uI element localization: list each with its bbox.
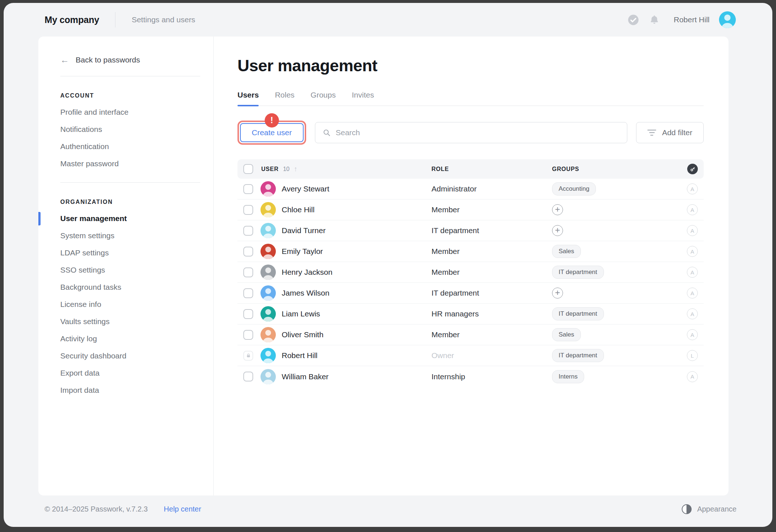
column-header-groups[interactable]: GROUPS bbox=[552, 166, 579, 172]
table-row[interactable]: Emily Taylor Member Sales A bbox=[237, 241, 704, 262]
table-row[interactable]: Robert Hill Owner IT department L bbox=[237, 345, 704, 366]
add-filter-button[interactable]: Add filter bbox=[636, 122, 704, 143]
sidebar-item-profile-and-interface[interactable]: Profile and interface bbox=[60, 108, 200, 116]
sidebar-item-import-data[interactable]: Import data bbox=[60, 386, 200, 394]
table-row[interactable]: David Turner IT department + A bbox=[237, 220, 704, 241]
row-checkbox[interactable] bbox=[243, 288, 253, 298]
settings-sidebar: ← Back to passwords ACCOUNT Profile and … bbox=[38, 37, 214, 495]
sidebar-item-background-tasks[interactable]: Background tasks bbox=[60, 283, 200, 291]
group-badge[interactable]: IT department bbox=[552, 307, 604, 320]
row-checkbox[interactable] bbox=[243, 226, 253, 236]
user-role: IT department bbox=[431, 226, 479, 235]
table-row[interactable]: Chloe Hill Member + A bbox=[237, 200, 704, 220]
sidebar-item-user-management[interactable]: User management bbox=[60, 214, 200, 223]
sidebar-item-notifications[interactable]: Notifications bbox=[60, 125, 200, 133]
sidebar-item-activity-log[interactable]: Activity log bbox=[60, 335, 200, 343]
sidebar-item-master-password[interactable]: Master password bbox=[60, 160, 200, 168]
column-header-user[interactable]: USER bbox=[261, 166, 279, 172]
group-badge[interactable]: Sales bbox=[552, 328, 581, 341]
user-name: Emily Taylor bbox=[282, 247, 323, 256]
appearance-label: Appearance bbox=[697, 505, 737, 513]
footer: © 2014–2025 Passwork, v.7.2.3 Help cente… bbox=[4, 495, 772, 527]
tab-bar: Users Roles Groups Invites bbox=[237, 91, 704, 106]
row-checkbox[interactable] bbox=[243, 267, 253, 277]
row-checkbox[interactable] bbox=[243, 372, 253, 381]
add-group-button[interactable]: + bbox=[552, 204, 563, 215]
sort-ascending-icon[interactable]: ↑ bbox=[294, 165, 297, 173]
sidebar-item-vaults-settings[interactable]: Vaults settings bbox=[60, 318, 200, 326]
filter-icon bbox=[647, 130, 656, 136]
back-to-passwords-link[interactable]: ← Back to passwords bbox=[60, 56, 200, 64]
content-card: ← Back to passwords ACCOUNT Profile and … bbox=[38, 37, 729, 495]
auth-type-badge: L bbox=[687, 350, 698, 361]
row-checkbox[interactable] bbox=[243, 330, 253, 340]
table-row[interactable]: Liam Lewis HR managers IT department A bbox=[237, 304, 704, 324]
group-badge[interactable]: Interns bbox=[552, 370, 584, 383]
current-user-avatar[interactable] bbox=[719, 11, 736, 28]
topbar-context-label: Settings and users bbox=[132, 15, 195, 24]
table-row[interactable]: James Wilson IT department + A bbox=[237, 283, 704, 304]
user-role: IT department bbox=[431, 289, 479, 297]
table-row[interactable]: Henry Jackson Member IT department A bbox=[237, 262, 704, 283]
add-group-button[interactable]: + bbox=[552, 288, 563, 299]
table-row[interactable]: William Baker Internship Interns A bbox=[237, 366, 704, 387]
tab-invites[interactable]: Invites bbox=[352, 91, 374, 106]
row-checkbox[interactable] bbox=[243, 247, 253, 256]
group-badge[interactable]: Sales bbox=[552, 245, 581, 258]
tab-roles[interactable]: Roles bbox=[275, 91, 294, 106]
organization-section-title: ORGANIZATION bbox=[60, 199, 200, 205]
add-filter-label: Add filter bbox=[662, 128, 692, 137]
user-role: Member bbox=[431, 330, 460, 339]
avatar bbox=[260, 285, 276, 301]
tab-groups[interactable]: Groups bbox=[311, 91, 336, 106]
appearance-toggle[interactable]: Appearance bbox=[682, 504, 737, 514]
sidebar-item-ldap-settings[interactable]: LDAP settings bbox=[60, 249, 200, 257]
user-role: Owner bbox=[431, 351, 454, 360]
avatar bbox=[260, 244, 276, 259]
row-checkbox[interactable] bbox=[243, 184, 253, 194]
table-header-row: USER 10 ↑ ROLE GROUPS bbox=[237, 159, 704, 179]
status-check-icon[interactable] bbox=[628, 14, 639, 26]
sidebar-item-sso-settings[interactable]: SSO settings bbox=[60, 266, 200, 274]
add-group-button[interactable]: + bbox=[552, 225, 563, 236]
copyright-text: © 2014–2025 Passwork, v.7.2.3 bbox=[45, 505, 148, 513]
row-checkbox[interactable] bbox=[243, 205, 253, 215]
avatar bbox=[260, 369, 276, 384]
lock-icon bbox=[243, 351, 253, 361]
avatar bbox=[260, 202, 276, 217]
group-badge[interactable]: IT department bbox=[552, 266, 604, 279]
sidebar-item-license-info[interactable]: License info bbox=[60, 300, 200, 308]
sidebar-item-security-dashboard[interactable]: Security dashboard bbox=[60, 352, 200, 360]
help-center-link[interactable]: Help center bbox=[164, 505, 201, 513]
sidebar-item-export-data[interactable]: Export data bbox=[60, 369, 200, 377]
user-name: Oliver Smith bbox=[282, 330, 323, 339]
auth-type-badge: A bbox=[687, 183, 698, 194]
top-bar: My company Settings and users Robert Hil… bbox=[4, 3, 772, 37]
current-user-name[interactable]: Robert Hill bbox=[674, 15, 710, 24]
search-icon bbox=[323, 129, 331, 137]
avatar bbox=[260, 223, 276, 238]
auth-type-badge: A bbox=[687, 308, 698, 319]
search-input[interactable] bbox=[336, 128, 620, 137]
notifications-bell-icon[interactable] bbox=[649, 14, 660, 25]
user-name: William Baker bbox=[282, 372, 328, 381]
column-header-role[interactable]: ROLE bbox=[431, 166, 449, 172]
back-link-label: Back to passwords bbox=[76, 56, 140, 64]
tab-users[interactable]: Users bbox=[237, 91, 259, 106]
sidebar-item-system-settings[interactable]: System settings bbox=[60, 232, 200, 240]
user-name: James Wilson bbox=[282, 289, 330, 297]
sidebar-item-authentication[interactable]: Authentication bbox=[60, 142, 200, 151]
back-arrow-icon: ← bbox=[60, 56, 69, 64]
user-role: Internship bbox=[431, 372, 465, 381]
user-name: Chloe Hill bbox=[282, 205, 315, 214]
auth-type-badge: A bbox=[687, 267, 698, 278]
table-row[interactable]: Avery Stewart Administrator Accounting A bbox=[237, 179, 704, 200]
row-checkbox[interactable] bbox=[243, 309, 253, 319]
group-badge[interactable]: IT department bbox=[552, 349, 604, 362]
group-badge[interactable]: Accounting bbox=[552, 182, 596, 195]
select-all-checkbox[interactable] bbox=[243, 164, 253, 174]
auth-type-key-icon[interactable] bbox=[687, 164, 698, 174]
table-row[interactable]: Oliver Smith Member Sales A bbox=[237, 324, 704, 345]
app-window: My company Settings and users Robert Hil… bbox=[4, 3, 772, 527]
search-box[interactable] bbox=[315, 122, 627, 143]
